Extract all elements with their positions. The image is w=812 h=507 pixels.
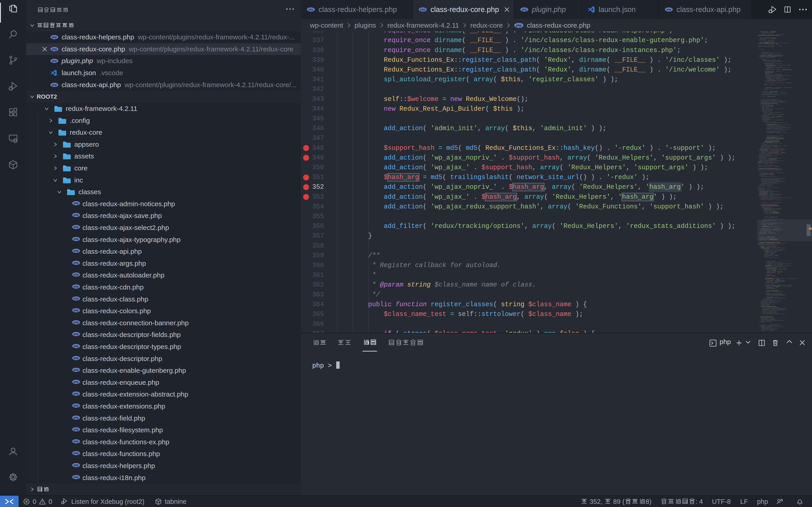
svg-text:php: php (73, 463, 79, 467)
svg-text:php: php (73, 368, 79, 372)
svg-text:php: php (73, 202, 79, 205)
svg-text:php: php (73, 214, 79, 217)
svg-text:php: php (73, 261, 79, 264)
svg-text:php: php (73, 416, 79, 419)
svg-text:php: php (73, 237, 79, 241)
svg-text:php: php (420, 8, 425, 11)
svg-text:php: php (73, 333, 79, 336)
svg-text:php: php (73, 273, 79, 276)
svg-text:php: php (73, 475, 79, 479)
svg-text:php: php (73, 225, 79, 229)
svg-text:php: php (52, 60, 57, 63)
svg-text:php: php (308, 8, 313, 11)
svg-text:php: php (73, 440, 79, 443)
svg-text:php: php (52, 36, 57, 39)
svg-text:php: php (73, 249, 79, 252)
svg-text:php: php (666, 8, 671, 11)
svg-text:php: php (73, 380, 79, 383)
svg-text:php: php (73, 428, 79, 431)
svg-text:php: php (521, 8, 527, 11)
svg-text:php: php (73, 452, 79, 455)
svg-text:php: php (73, 321, 79, 324)
svg-text:php: php (52, 48, 57, 51)
svg-text:php: php (73, 344, 79, 348)
svg-text:php: php (73, 285, 79, 288)
svg-text:php: php (73, 356, 79, 360)
svg-text:php: php (73, 404, 79, 407)
svg-text:php: php (73, 309, 79, 312)
svg-text:php: php (516, 23, 522, 27)
svg-text:php: php (52, 83, 57, 87)
svg-text:php: php (73, 392, 79, 395)
svg-text:php: php (73, 297, 79, 300)
